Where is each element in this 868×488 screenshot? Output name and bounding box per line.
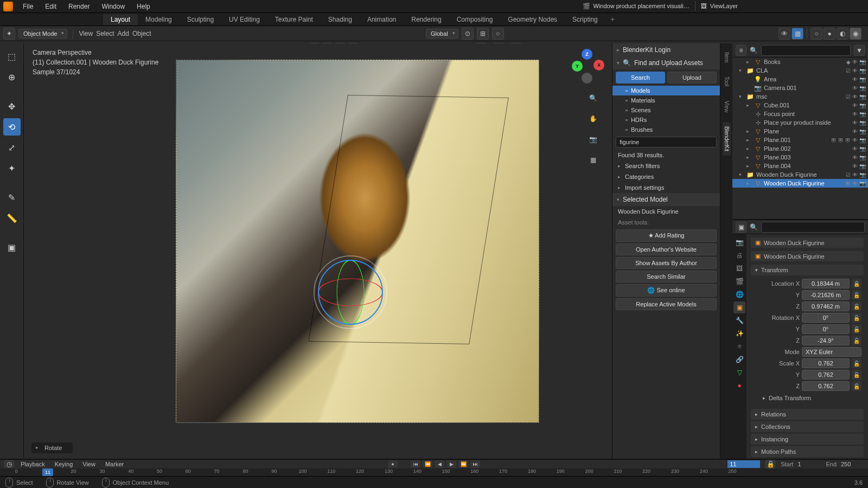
panel-login[interactable]: ▸BlenderKit Login [612, 43, 720, 56]
hdr-view[interactable]: View [79, 30, 93, 37]
section-delta[interactable]: ▸Delta Transform [753, 393, 861, 403]
play-rev-icon[interactable]: ◀ [435, 460, 444, 468]
hdr-object[interactable]: Object [132, 30, 151, 37]
loc-y[interactable]: -0.21626 m [802, 290, 850, 300]
lock-icon[interactable]: 🔓 [852, 313, 861, 323]
outliner-row[interactable]: ▸▽Cube.001👁📷 [732, 101, 868, 110]
menu-render[interactable]: Render [63, 2, 95, 11]
outliner-row[interactable]: ▸▽Plane👁📷 [732, 127, 868, 136]
hdr-select[interactable]: Select [96, 30, 114, 37]
lock-icon[interactable]: 🔓 [852, 290, 861, 300]
outliner-row[interactable]: ⊹Focus point👁📷 [732, 110, 868, 118]
bk-add-rating[interactable]: ★ Add Rating [616, 229, 717, 242]
range-lock-icon[interactable]: 🔒 [765, 460, 775, 468]
section-motion-paths[interactable]: ▸Motion Paths [751, 446, 864, 457]
menu-edit[interactable]: Edit [40, 2, 62, 11]
lock-icon[interactable]: 🔓 [852, 358, 861, 368]
bk-replace-active-models[interactable]: Replace Active Models [616, 298, 717, 310]
lock-icon[interactable]: 🔓 [852, 370, 861, 380]
vtab-view[interactable]: View [723, 97, 731, 117]
tool-measure[interactable]: 📏 [3, 209, 21, 227]
ptab-physics-icon[interactable]: ⚛ [733, 341, 745, 352]
play-icon[interactable]: ▶ [446, 460, 456, 468]
breadcrumb-2[interactable]: ▣Wooden Duck Figurine [751, 251, 864, 261]
scale-z[interactable]: 0.762 [802, 381, 850, 391]
outliner-row[interactable]: ▸▽Books◆👁📷 [732, 57, 868, 66]
rotate-gizmo[interactable] [318, 260, 383, 325]
bk-search-input[interactable] [616, 137, 717, 147]
outliner-row[interactable]: ⊹Place your product inside👁📷 [732, 118, 868, 127]
tool-add-cube[interactable]: ▣ [3, 239, 21, 256]
bk-search-similar[interactable]: Search Similar [616, 271, 717, 282]
outliner-row[interactable]: ▸▽Plane.003👁📷 [732, 153, 868, 162]
outliner-row[interactable]: ▾📁msc☑👁📷 [732, 92, 868, 101]
rot-z[interactable]: -24.9° [802, 336, 850, 345]
outliner-row[interactable]: ▸▽Wooden Duck Figurine⛨👁📷 [732, 179, 868, 188]
lock-icon[interactable]: 🔓 [852, 336, 861, 345]
jump-next-icon[interactable]: ⏩ [458, 460, 468, 468]
viewport-3d[interactable]: Camera Perspective (11) Collection.001 |… [24, 43, 612, 459]
menu-file[interactable]: File [17, 2, 39, 11]
tool-cursor[interactable]: ⊕ [3, 68, 21, 86]
tool-select-box[interactable]: ⬚ [3, 48, 21, 65]
menu-help[interactable]: Help [131, 2, 156, 11]
outliner-row[interactable]: 📷Camera.001👁📷 [732, 84, 868, 92]
asset-tab-brushes[interactable]: ▫Brushes [612, 125, 720, 134]
ptab-scene-icon[interactable]: 🎬 [733, 275, 745, 287]
orientation-dropdown[interactable]: Global [426, 29, 458, 38]
ptab-object-icon[interactable]: ▣ [733, 301, 745, 313]
lock-icon[interactable]: 🔓 [852, 301, 861, 311]
outliner-row[interactable]: ▾📁CLA☑👁📷 [732, 66, 868, 75]
search-filters[interactable]: ▸Search filters [612, 160, 720, 171]
outliner-search[interactable] [761, 45, 851, 56]
panel-find-upload[interactable]: ▾🔍Find and Upload Assets [612, 56, 720, 69]
workspace-tab-animation[interactable]: Animation [360, 14, 404, 25]
camera-view-icon[interactable]: 📷 [585, 131, 601, 147]
outliner-row[interactable]: ▾📁Wooden Duck Figurine☑👁📷 [732, 170, 868, 179]
workspace-tab-sculpting[interactable]: Sculpting [180, 14, 221, 25]
ptab-material-icon[interactable]: ● [733, 380, 745, 391]
ptab-viewlayer-icon[interactable]: 🖼 [733, 262, 745, 274]
outliner-row[interactable]: ▸▽Plane.002👁📷 [732, 144, 868, 153]
ptab-modifier-icon[interactable]: 🔧 [733, 314, 745, 326]
jump-prev-icon[interactable]: ⏪ [423, 460, 432, 468]
shading-wire-icon[interactable]: ○ [810, 28, 822, 40]
tool-move[interactable]: ✥ [3, 98, 21, 115]
props-search[interactable] [761, 222, 865, 233]
workspace-tab-geometry-nodes[interactable]: Geometry Nodes [500, 14, 565, 25]
last-op-panel[interactable]: ▸ Rotate [31, 442, 73, 453]
loc-z[interactable]: 0.97462 m [802, 301, 850, 311]
breadcrumb[interactable]: ▣Wooden Duck Figurine [751, 237, 864, 248]
workspace-tab-texture-paint[interactable]: Texture Paint [267, 14, 321, 25]
bk-see-online[interactable]: 🌐 See online [616, 284, 717, 297]
workspace-tab-modeling[interactable]: Modeling [138, 14, 180, 25]
menu-window[interactable]: Window [96, 2, 130, 11]
ptab-data-icon[interactable]: ▽ [733, 367, 745, 378]
tl-playback[interactable]: Playback [17, 461, 48, 467]
tl-marker[interactable]: Marker [102, 461, 127, 467]
ptab-output-icon[interactable]: 🖨 [733, 249, 745, 261]
mode-dropdown[interactable]: Object Mode [18, 29, 67, 38]
outliner-filter-icon[interactable]: ▼ [854, 45, 865, 56]
section-instancing[interactable]: ▸Instancing [751, 434, 864, 445]
start-frame[interactable]: 1 [795, 460, 820, 468]
vtab-blenderkit[interactable]: BlenderKit [723, 122, 731, 156]
timeline-type-icon[interactable]: ◷ [4, 460, 14, 468]
workspace-tab-scripting[interactable]: Scripting [565, 14, 605, 25]
xray-icon[interactable]: ▦ [792, 28, 803, 40]
lock-icon[interactable]: 🔓 [852, 324, 861, 334]
outliner-row[interactable]: 💡Area👁📷 [732, 75, 868, 84]
snap-icon[interactable]: ⊞ [477, 28, 489, 40]
props-type-icon[interactable]: ▣ [736, 222, 746, 233]
overlays-icon[interactable]: 👁 [778, 28, 790, 40]
shading-matprev-icon[interactable]: ◐ [837, 28, 848, 40]
autokey-icon[interactable]: ● [388, 460, 398, 468]
hdr-add[interactable]: Add [118, 30, 129, 37]
tl-keying[interactable]: Keying [52, 461, 76, 467]
tool-rotate[interactable]: ⟲ [3, 118, 21, 136]
bk-show-assets-by-author[interactable]: Show Assets By Author [616, 257, 717, 269]
section-relations[interactable]: ▸Relations [751, 409, 864, 420]
asset-tab-materials[interactable]: ▫Materials [612, 95, 720, 105]
rotation-mode[interactable]: XYZ Euler [802, 347, 861, 357]
rot-x[interactable]: 0° [802, 313, 850, 323]
